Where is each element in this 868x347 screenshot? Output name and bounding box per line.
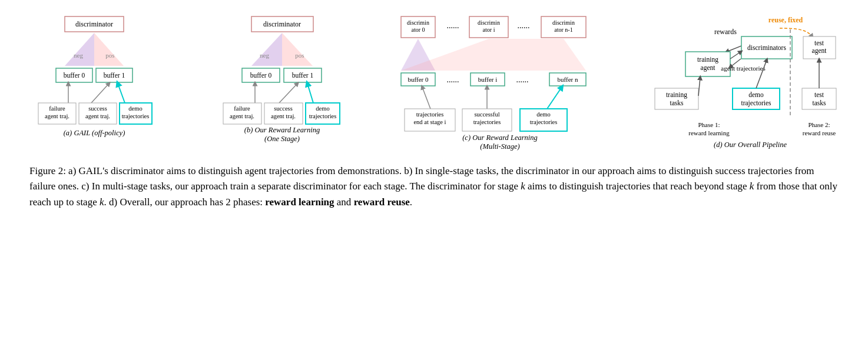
svg-line-21: [307, 84, 313, 103]
pd-phase1-line2: reward learning: [688, 129, 730, 136]
svg-text:......: ......: [518, 21, 530, 30]
panel-c-svg: discrimin ator 0 ...... discrimin ator i…: [400, 12, 600, 153]
pa-failure-label: failure: [49, 105, 65, 112]
svg-line-74: [730, 52, 741, 59]
panel-a: discriminator neg pos buffer 0 buffer 1: [29, 12, 159, 147]
pb-buffer1: buffer 1: [292, 72, 314, 79]
pb-discriminator: discriminator: [263, 20, 301, 28]
svg-line-56: [547, 87, 562, 109]
svg-text:trajectories: trajectories: [530, 119, 558, 125]
pd-reuse-fixed: reuse, fixed: [768, 16, 803, 24]
pb-neg: neg: [260, 52, 269, 59]
pa-pos-label: pos: [105, 52, 114, 59]
svg-marker-1: [65, 33, 94, 66]
svg-text:(One Stage): (One Stage): [264, 135, 300, 143]
svg-text:tasks: tasks: [812, 99, 826, 106]
pa-buffer0: buffer 0: [64, 72, 85, 79]
svg-line-7: [118, 84, 125, 103]
caption-k1: k: [521, 181, 525, 192]
caption-end: .: [410, 196, 412, 208]
pd-rewards: rewards: [714, 28, 737, 36]
pa-discriminator-label: discriminator: [75, 20, 113, 28]
svg-text:discrimin: discrimin: [478, 19, 500, 26]
svg-text:agent traj.: agent traj.: [85, 113, 110, 119]
caption-bold2: reward reuse: [354, 196, 410, 208]
pa-buffer1: buffer 1: [104, 72, 125, 79]
svg-line-20: [279, 84, 297, 103]
figure-area: discriminator neg pos buffer 0 buffer 1: [24, 12, 844, 153]
svg-text:ator 0: ator 0: [412, 26, 425, 33]
svg-text:successful: successful: [475, 111, 500, 118]
svg-text:end at stage i: end at stage i: [414, 119, 446, 125]
pd-phase2-line1: Phase 2:: [808, 121, 830, 128]
panel-b-svg: discriminator neg pos buffer 0 buffer 1 …: [216, 12, 349, 147]
pd-test-agent: test: [814, 39, 824, 46]
panel-a-svg: discriminator neg pos buffer 0 buffer 1: [32, 12, 156, 147]
pd-agent-trajectories: agent trajectories: [721, 65, 765, 72]
pb-buffer0: buffer 0: [250, 72, 272, 79]
svg-text:demo: demo: [316, 105, 329, 112]
svg-text:agent traj.: agent traj.: [45, 113, 69, 119]
svg-text:discrimin: discrimin: [407, 19, 429, 26]
pd-caption: (d) Our Overall Pipeline: [714, 141, 787, 149]
caption-middle: aims to distinguish trajectories that re…: [525, 181, 750, 192]
svg-text:success: success: [274, 105, 293, 112]
svg-marker-16: [282, 33, 313, 66]
svg-text:ator i: ator i: [483, 26, 495, 33]
svg-text:(Multi-Stage): (Multi-Stage): [481, 142, 520, 151]
panel-c: discrimin ator 0 ...... discrimin ator i…: [406, 12, 594, 153]
svg-line-6: [91, 84, 109, 103]
pd-demo-trajectories: demo: [748, 91, 764, 98]
svg-text:demo: demo: [537, 111, 551, 118]
svg-text:trajectories: trajectories: [473, 119, 501, 125]
pd-training-agent: training: [697, 56, 718, 64]
svg-text:agent: agent: [701, 64, 716, 72]
svg-marker-45: [401, 39, 586, 71]
svg-text:agent traj.: agent traj.: [230, 113, 254, 119]
svg-text:failure: failure: [234, 105, 250, 112]
caption-and: and: [334, 196, 354, 208]
svg-marker-2: [94, 33, 124, 66]
pb-pos: pos: [296, 52, 304, 59]
svg-text:......: ......: [447, 75, 459, 84]
svg-text:(c) Our Reward Learning: (c) Our Reward Learning: [462, 134, 538, 142]
svg-text:ator n-1: ator n-1: [555, 26, 573, 33]
pa-neg-label: neg: [74, 52, 83, 59]
svg-text:tasks: tasks: [670, 99, 684, 106]
svg-marker-15: [251, 33, 282, 66]
pa-success-label: success: [88, 105, 107, 112]
svg-text:trajectories: trajectories: [309, 113, 337, 119]
svg-text:agent traj.: agent traj.: [271, 113, 296, 119]
svg-line-82: [698, 78, 700, 96]
svg-text:discrimin: discrimin: [552, 19, 575, 26]
pd-phase2-line2: reward reuse: [803, 129, 836, 136]
panel-d-svg: reuse, fixed rewards training agent disc…: [650, 12, 839, 153]
svg-text:buffer n: buffer n: [558, 76, 578, 83]
figure-caption: Figure 2: a) GAIL's discriminator aims t…: [24, 164, 844, 210]
panel-b: discriminator neg pos buffer 0 buffer 1 …: [215, 12, 350, 147]
svg-text:......: ......: [516, 75, 529, 84]
pd-test-tasks: test: [814, 91, 824, 98]
caption-bold1: reward learning: [265, 196, 334, 208]
svg-text:buffer 0: buffer 0: [408, 76, 429, 83]
svg-line-54: [422, 87, 430, 109]
caption-suffix: . d) Overall, our approach has 2 phases:: [104, 196, 266, 208]
svg-text:agent: agent: [812, 47, 827, 55]
pd-discriminators: discriminators: [747, 44, 786, 51]
panel-d: reuse, fixed rewards training agent disc…: [650, 12, 839, 153]
pd-training-tasks: training: [666, 91, 687, 99]
pa-caption: (a) GAIL (off-policy): [64, 129, 125, 137]
svg-text:trajectories: trajectories: [741, 99, 771, 107]
pd-phase1-line1: Phase 1:: [698, 121, 720, 128]
svg-text:trajectories: trajectories: [416, 111, 444, 118]
svg-text:buffer i: buffer i: [478, 76, 497, 83]
svg-text:trajectories: trajectories: [122, 113, 150, 119]
caption-k3: k: [100, 196, 104, 208]
svg-text:(b) Our Reward Learning: (b) Our Reward Learning: [244, 126, 320, 134]
pa-demo-label: demo: [128, 105, 142, 112]
svg-text:......: ......: [447, 21, 459, 30]
